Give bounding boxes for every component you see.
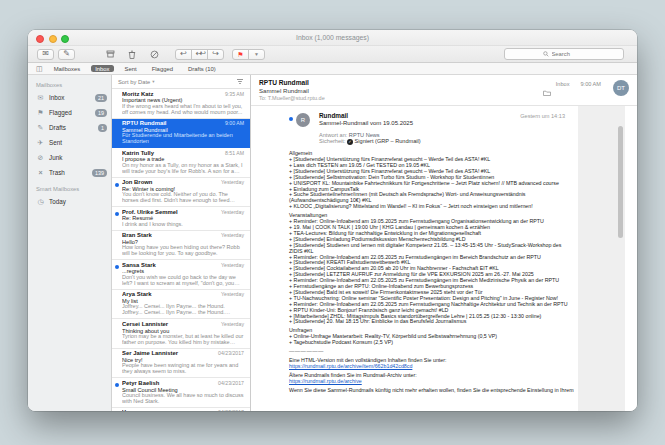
unread-dot	[115, 212, 119, 216]
unread-dot	[289, 117, 293, 121]
mailbox-list-toggle-icon[interactable]: ◫	[36, 65, 43, 72]
desktop: Inbox (1,000 messages) ✉ ✎ ↩ ↩↩ ↪	[0, 0, 665, 445]
today-icon	[36, 198, 45, 205]
message-row[interactable]: Sansa Stark Yesterday ...regrets Don't y…	[112, 260, 250, 290]
sidebar-item-label: Today	[49, 198, 66, 205]
unread-dot	[115, 265, 119, 269]
window-title: Inbox (1,000 messages)	[28, 30, 637, 45]
search-icon	[543, 51, 549, 57]
reply-all-button[interactable]: ↩↩	[191, 49, 208, 60]
flag-icon-toolbar: ⚑	[237, 51, 243, 58]
reply-button[interactable]: ↩	[175, 49, 192, 60]
flag-group: ⚑ ▼	[232, 49, 265, 60]
message-row[interactable]: RPTU Rundmail 9:00 AM Sammel Rundmail Fü…	[112, 119, 250, 149]
card-date: Gestern um 14:13	[520, 113, 565, 119]
junk-icon	[150, 50, 159, 59]
message-list-header: Sort by Date ▾	[112, 75, 250, 89]
delete-button[interactable]	[125, 49, 139, 60]
sort-by-control[interactable]: Sort by Date	[118, 79, 150, 85]
message-row[interactable]: Varys 04/23/2017 Lady Stark Everyone's w…	[112, 408, 250, 411]
filter-icon[interactable]	[236, 78, 244, 86]
message-sender: Petyr Baelish	[122, 380, 215, 387]
favorites-item[interactable]: Inbox	[91, 65, 113, 72]
signed-seal-icon: ✓	[347, 139, 353, 145]
trash-icon	[128, 50, 136, 59]
message-row[interactable]: Moritz Katz 9:35 AM Important news (Urge…	[112, 89, 250, 119]
reply-to-value: RPTU News	[349, 132, 380, 138]
favorites-bar: ◫ Mailboxes Inbox Sent Flagged Drafts (1…	[28, 63, 637, 75]
message-time: Yesterday	[221, 291, 244, 297]
message-rows: Moritz Katz 9:35 AM Important news (Urge…	[112, 89, 250, 411]
sort-caret-icon: ▾	[152, 79, 154, 84]
message-preview: Council business. We all have so much to…	[122, 393, 244, 405]
sidebar-item-label: Junk	[49, 154, 62, 161]
body-line[interactable]: https://rundmail.rptu.de/archive	[289, 379, 575, 385]
sidebar-section-label: Smart Mailboxes	[36, 186, 107, 192]
message-time: 04/23/2017	[218, 380, 244, 386]
sidebar-item[interactable]: Sent	[36, 135, 107, 150]
message-row[interactable]: Cersei Lannister Yesterday Thinking abou…	[112, 319, 250, 349]
favorites-item[interactable]: Mailboxes	[50, 65, 85, 72]
flag-menu-button[interactable]: ▼	[248, 49, 265, 60]
message-preview: Tyrion may be a monster, but at least he…	[122, 334, 244, 346]
sender-avatar: R	[296, 113, 310, 127]
message-time: Yesterday	[221, 321, 244, 327]
message-time: 04/23/2017	[218, 409, 244, 411]
favorites-item[interactable]: Drafts (10)	[184, 65, 220, 72]
search-field[interactable]	[504, 48, 624, 60]
flag-button[interactable]: ⚑	[232, 49, 249, 60]
message-row[interactable]: Jon Brown Yesterday Re: Winter is coming…	[112, 178, 250, 208]
unread-count-badge: 139	[92, 169, 107, 177]
compose-button[interactable]: ✎	[58, 49, 75, 60]
flag-icon	[36, 109, 45, 116]
sidebar-item-label: Inbox	[49, 94, 64, 101]
content-area: Mailboxes Inbox 21 Flagged 19	[28, 75, 637, 411]
sidebar-item[interactable]: Trash 139	[36, 165, 107, 180]
message-row[interactable]: Petyr Baelish 04/23/2017 Small Council M…	[112, 378, 250, 408]
message-sender: Moritz Katz	[122, 91, 222, 98]
get-mail-button[interactable]: ✉	[37, 49, 54, 60]
reading-pane: RPTU Rundmail Sammel Rundmail To: T.Muel…	[251, 75, 637, 411]
vertical-scrollbar[interactable]	[618, 126, 623, 238]
favorites-item[interactable]: Sent	[121, 65, 141, 72]
archive-button[interactable]	[103, 49, 117, 60]
message-sender: Prof. Ulrike Semmel	[122, 209, 218, 216]
message-sender: Varys	[122, 409, 215, 411]
message-sender: RPTU Rundmail	[122, 120, 222, 127]
unread-dot	[115, 383, 119, 387]
message-view: R Rundmail Sammel-Rundmail vom 19.05.202…	[251, 106, 637, 412]
body-line[interactable]: https://rundmail.rptu.de/archive/item/66…	[289, 364, 575, 370]
message-sender: Katrin Tully	[122, 150, 222, 157]
chevron-down-icon: ▼	[254, 51, 259, 57]
sidebar-item[interactable]: Today	[36, 194, 107, 209]
body-line: + [Studierende] Studieren und lernen mit…	[289, 243, 575, 255]
sent-icon	[36, 139, 45, 146]
message-row[interactable]: Ser Jaime Lannister 04/23/2017 Nice try!…	[112, 349, 250, 379]
sidebar-item[interactable]: Drafts 1	[36, 120, 107, 135]
junk-icon	[36, 154, 45, 161]
search-input[interactable]	[552, 51, 586, 57]
favorites-item[interactable]: Flagged	[148, 65, 177, 72]
sidebar-item[interactable]: Flagged 19	[36, 105, 107, 120]
titlebar[interactable]: Inbox (1,000 messages)	[28, 30, 637, 46]
forward-button[interactable]: ↪	[207, 49, 224, 60]
message-row[interactable]: Bran Stark Yesterday Hello? How long hav…	[112, 231, 250, 261]
message-row[interactable]: Prof. Ulrike Semmel Yesterday Re: Resumé…	[112, 207, 250, 231]
message-preview: You don't know cold. Neither of you do. …	[122, 192, 244, 204]
unread-count-badge: 1	[98, 124, 107, 132]
compose-icon: ✎	[63, 50, 70, 58]
sidebar-item[interactable]: Inbox 21	[36, 90, 107, 105]
sidebar-item[interactable]: Junk	[36, 150, 107, 165]
security-label: Sicherheit:	[319, 138, 345, 144]
card-meta: Antwort an: RPTU News Sicherheit: ✓ Sign…	[319, 132, 575, 146]
message-row[interactable]: Katrin Tully 8:51 AM I propose a trade O…	[112, 148, 250, 178]
message-row[interactable]: Arya Stark Yesterday My list Joffrey... …	[112, 290, 250, 320]
message-time: 04/23/2017	[218, 350, 244, 356]
message-sender: Bran Stark	[122, 232, 218, 239]
security-value: Signiert (GRP – Rundmail)	[355, 138, 421, 144]
message-list: Sort by Date ▾ Moritz Katz 9:35 AM	[112, 75, 251, 411]
junk-button[interactable]	[147, 49, 161, 60]
unread-dot	[115, 183, 119, 187]
forward-icon: ↪	[212, 50, 219, 58]
message-preview: I drink and I know things.	[122, 222, 244, 228]
